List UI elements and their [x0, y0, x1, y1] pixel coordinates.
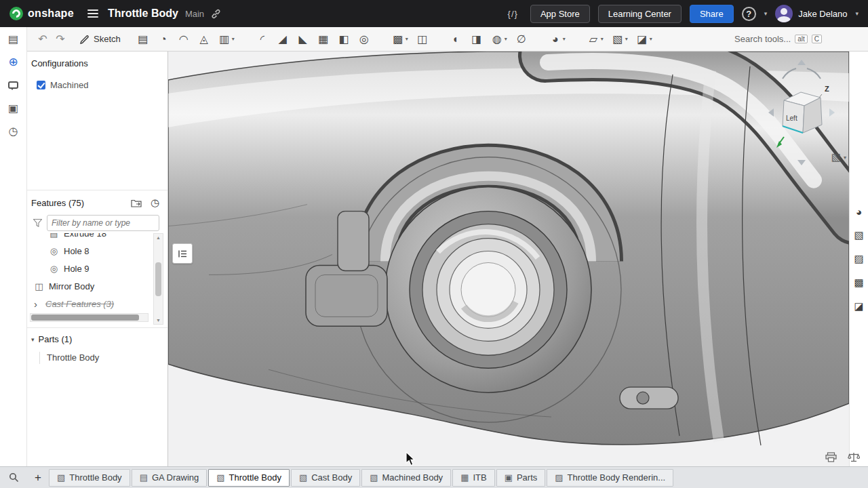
linear-pattern-icon: ▩ [392, 33, 404, 45]
collapse-chevron-icon[interactable]: ▾ [31, 336, 35, 343]
rib-tool-button[interactable]: ▦ [313, 30, 334, 49]
edit-appearance-icon[interactable]: ◪ [854, 300, 863, 312]
feature-item[interactable]: ▤Extrude 18 [27, 233, 151, 242]
document-tab[interactable]: ▣Parts [496, 469, 546, 487]
tab-search-button[interactable] [0, 467, 27, 488]
display-states-icon[interactable]: ▧ [854, 229, 863, 241]
document-tab[interactable]: ▧Throttle Body [208, 469, 290, 487]
parts-list-icon[interactable]: ▣ [8, 102, 18, 115]
insert-icon[interactable]: ⊕ [8, 56, 18, 68]
share-button[interactable]: Share [690, 5, 734, 23]
feature-list-flyout-button[interactable] [172, 243, 193, 264]
scroll-down-icon[interactable]: ▼ [156, 318, 161, 323]
configurations-panel-icon[interactable]: ▩ [854, 277, 863, 289]
circular-pattern-tool-button[interactable]: ◍▾ [487, 30, 511, 49]
dropdown-caret-icon[interactable]: ▾ [505, 36, 507, 42]
rollback-bar-icon[interactable]: ◷ [151, 197, 159, 209]
units-scale-icon[interactable] [848, 452, 860, 462]
linear-pattern-tool-button[interactable]: ▩▾ [388, 30, 412, 49]
dropdown-caret-icon[interactable]: ▾ [563, 36, 566, 42]
extrude-tool-button[interactable]: ▤ [133, 30, 153, 49]
search-tools[interactable]: Search tools... alt C [734, 34, 822, 44]
feature-item[interactable]: ◎Hole 9 [27, 260, 151, 277]
tilt-down-arrow-icon[interactable] [797, 160, 806, 165]
user-avatar[interactable] [775, 5, 793, 22]
learning-center-button[interactable]: Learning Center [598, 5, 682, 23]
loft-tool-button[interactable]: ◬ [194, 30, 214, 49]
feature-list-vertical-scrollbar[interactable]: ▲ ▼ [153, 233, 163, 325]
section-view-tool-button[interactable]: ◪▾ [632, 30, 656, 49]
scrollbar-thumb[interactable] [155, 262, 161, 296]
fillet-tool-button[interactable]: ◜ [252, 30, 273, 49]
hole-tool-button[interactable]: ◎ [354, 30, 374, 49]
new-folder-icon[interactable] [131, 199, 142, 207]
appearance-sphere-icon[interactable]: ◕ [856, 206, 862, 218]
user-menu-caret-icon[interactable]: ▾ [855, 10, 859, 17]
document-tab[interactable]: ▧Cast Body [291, 469, 360, 487]
app-store-button[interactable]: App Store [530, 5, 590, 23]
add-tab-button[interactable]: + [27, 467, 49, 488]
view-options-button[interactable]: ▧ ▾ [831, 151, 846, 163]
named-positions-icon[interactable]: ▨ [854, 253, 863, 265]
feature-item[interactable]: ›Cast Features (3) [27, 295, 151, 309]
document-tab[interactable]: ▨Throttle Body Renderin... [547, 469, 673, 487]
delete-part-tool-button[interactable]: ∅ [511, 30, 532, 49]
split-tool-button[interactable]: ◨ [467, 30, 487, 49]
feature-item[interactable]: ◎Hole 8 [27, 242, 151, 260]
named-views-tool-button[interactable]: ▧▾ [608, 30, 632, 49]
dropdown-caret-icon[interactable]: ▾ [650, 36, 652, 42]
rotate-east-arrow-icon[interactable] [829, 108, 835, 117]
scrollbar-thumb[interactable] [31, 314, 139, 321]
feature-list-horizontal-scrollbar[interactable] [30, 313, 149, 322]
thicken-tool-button[interactable]: ▥▾ [214, 30, 239, 49]
feature-tree-icon[interactable]: ▤ [8, 33, 18, 45]
rotate-right-arrow-icon[interactable] [807, 68, 821, 79]
tilt-up-arrow-icon[interactable] [797, 60, 806, 65]
share-link-icon[interactable] [211, 9, 221, 19]
plane-tool-button[interactable]: ▱▾ [583, 30, 608, 49]
document-tab[interactable]: ▦ITB [452, 469, 495, 487]
onshape-logo[interactable]: onshape [9, 7, 74, 20]
comments-icon[interactable] [8, 79, 18, 92]
help-button[interactable]: ? [742, 7, 756, 21]
document-tab[interactable]: ▧Machined Body [361, 469, 451, 487]
rotate-left-arrow-icon[interactable] [783, 68, 796, 79]
user-name[interactable]: Jake Delano [798, 9, 847, 19]
rotate-west-arrow-icon[interactable] [768, 108, 774, 117]
dropdown-caret-icon[interactable]: ▾ [625, 36, 628, 42]
throttle-body-model[interactable] [168, 52, 849, 466]
boolean-tool-button[interactable]: ◐ [446, 30, 467, 49]
undo-button[interactable]: ↶ [34, 33, 52, 45]
help-caret-icon[interactable]: ▾ [764, 10, 768, 17]
main-menu-icon[interactable] [87, 9, 98, 18]
featurescript-icon[interactable]: {/} [504, 6, 522, 22]
chamfer-tool-button[interactable]: ◢ [273, 30, 293, 49]
checkbox-checked-icon[interactable] [37, 81, 45, 89]
history-icon[interactable]: ◷ [9, 125, 18, 138]
scroll-up-icon[interactable]: ▲ [156, 235, 161, 240]
mirror-tool-button[interactable]: ◫ [412, 30, 433, 49]
feature-filter-input[interactable] [47, 215, 159, 231]
dropdown-caret-icon[interactable]: ▾ [406, 36, 408, 42]
dropdown-caret-icon[interactable]: ▾ [232, 36, 235, 42]
revolve-tool-button[interactable]: ◔ [153, 30, 174, 49]
feature-item[interactable]: ◫Mirror Body [27, 277, 151, 295]
print-icon[interactable] [825, 452, 837, 462]
part-item[interactable]: Throttle Body [39, 352, 167, 364]
configuration-option-machined[interactable]: Machined [37, 80, 167, 90]
sketch-button[interactable]: Sketch [80, 34, 121, 44]
document-tab[interactable]: ▧Throttle Body [49, 469, 130, 487]
view-cube[interactable]: Z Left [764, 58, 840, 168]
configurations-section: Configurations Machined [27, 52, 167, 190]
branch-name[interactable]: Main [185, 9, 204, 19]
shell-tool-button[interactable]: ◧ [334, 30, 354, 49]
appearance-tool-button[interactable]: ◕▾ [545, 30, 570, 49]
dropdown-caret-icon[interactable]: ▾ [601, 36, 604, 42]
document-tab[interactable]: ▤GA Drawing [132, 469, 208, 487]
parts-section-header[interactable]: ▾ Parts (1) [31, 334, 167, 344]
redo-button[interactable]: ↷ [52, 33, 69, 45]
sweep-tool-button[interactable]: ◠ [174, 30, 194, 49]
draft-tool-button[interactable]: ◣ [293, 30, 313, 49]
expand-chevron-icon[interactable]: › [34, 298, 41, 310]
model-viewport[interactable]: Z Left ▧ ▾ [168, 52, 849, 466]
